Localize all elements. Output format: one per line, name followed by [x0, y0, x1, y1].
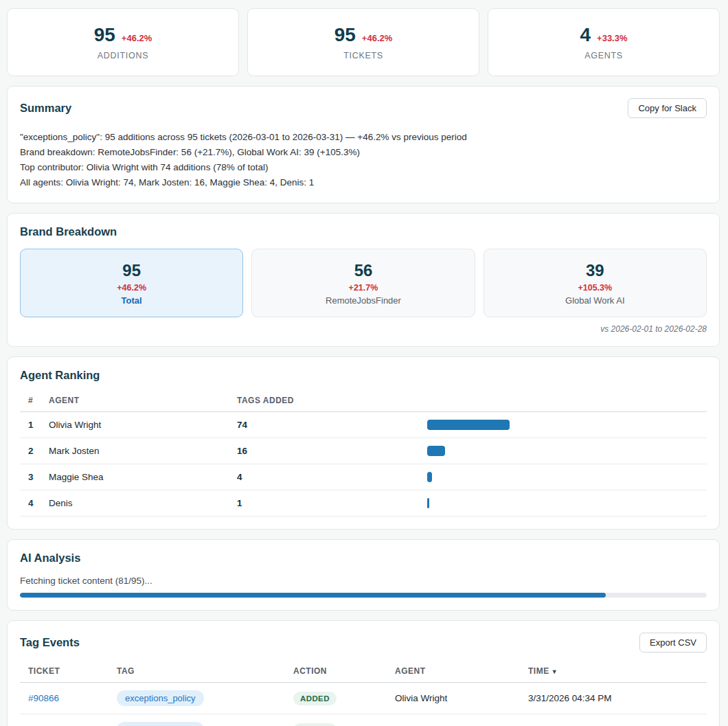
summary-title: Summary — [20, 102, 71, 115]
event-agent: Mark Josten — [387, 714, 520, 726]
tickets-value: 95 — [334, 24, 356, 46]
bar-column-header — [419, 389, 707, 412]
brand-cards: 95 +46.2% Total 56 +21.7% RemoteJobsFind… — [20, 249, 707, 317]
brand-breakdown-title: Brand Breakdown — [20, 225, 707, 238]
tags-added-value: 1 — [229, 490, 419, 517]
ai-analysis-section: AI Analysis Fetching ticket content (81/… — [7, 539, 720, 611]
event-time: 3/31/2026 02:27 PM — [520, 714, 707, 726]
table-row: #90945 exceptions_policy ADDED Mark Jost… — [20, 714, 707, 726]
ticket-link[interactable]: #90866 — [28, 693, 59, 703]
rank-value: 3 — [20, 464, 41, 490]
agent-ranking-table: # AGENT TAGS ADDED 1 Olivia Wright 74 2 … — [20, 389, 707, 517]
agent-name: Denis — [41, 490, 229, 517]
tags-added-value: 74 — [229, 412, 419, 438]
rank-column-header: # — [20, 389, 41, 412]
tags-added-value: 16 — [229, 438, 419, 464]
brand-total-trend: +46.2% — [117, 283, 146, 293]
table-row: #90866 exceptions_policy ADDED Olivia Wr… — [20, 683, 707, 714]
additions-trend: +46.2% — [122, 33, 152, 43]
tag-badge: exceptions_policy — [117, 690, 204, 706]
brand-total-value: 95 — [122, 261, 141, 280]
table-row: 4 Denis 1 — [20, 490, 707, 517]
brand-gwa-value: 39 — [586, 261, 604, 280]
table-row: 2 Mark Josten 16 — [20, 438, 707, 464]
brand-rjf-trend: +21.7% — [349, 283, 378, 293]
tags-added-value: 4 — [229, 464, 419, 490]
brand-card-globalworkai[interactable]: 39 +105.3% Global Work AI — [484, 249, 707, 317]
agent-ranking-title: Agent Ranking — [20, 369, 707, 382]
tag-badge: exceptions_policy — [117, 722, 204, 726]
tag-column-header: TAG — [109, 659, 285, 683]
copy-for-slack-button[interactable]: Copy for Slack — [628, 98, 707, 118]
agent-name: Olivia Wright — [41, 412, 229, 438]
agent-name: Maggie Shea — [41, 464, 229, 490]
agents-value: 4 — [580, 24, 591, 46]
brand-rjf-label: RemoteJobsFinder — [326, 295, 401, 306]
summary-line: All agents: Olivia Wright: 74, Mark Jost… — [20, 175, 707, 190]
tickets-trend: +46.2% — [362, 33, 392, 43]
ranking-bar — [427, 498, 429, 508]
event-agent: Olivia Wright — [387, 683, 520, 714]
agent-ranking-section: Agent Ranking # AGENT TAGS ADDED 1 Olivi… — [7, 356, 720, 530]
time-column-header[interactable]: TIME▼ — [520, 659, 707, 683]
ticket-column-header: TICKET — [20, 659, 109, 683]
brand-rjf-value: 56 — [354, 261, 373, 280]
comparison-period-note: vs 2026-02-01 to 2026-02-28 — [20, 324, 707, 334]
export-csv-button[interactable]: Export CSV — [639, 633, 707, 653]
ranking-bar — [427, 446, 445, 456]
ranking-bar — [427, 420, 510, 430]
action-badge: ADDED — [293, 692, 337, 705]
table-row: 3 Maggie Shea 4 — [20, 464, 707, 490]
tag-events-table: TICKET TAG ACTION AGENT TIME▼ #90866 exc… — [20, 659, 707, 726]
summary-line: "exceptions_policy": 95 additions across… — [20, 130, 707, 145]
rank-value: 2 — [20, 438, 41, 464]
tags-added-column-header: TAGS ADDED — [229, 389, 419, 412]
brand-gwa-label: Global Work AI — [565, 295, 624, 306]
action-badge: ADDED — [293, 723, 337, 726]
stat-card-additions: 95 +46.2% ADDITIONS — [7, 8, 239, 76]
brand-gwa-trend: +105.3% — [578, 283, 612, 293]
summary-line: Brand breakdown: RemoteJobsFinder: 56 (+… — [20, 145, 707, 160]
tag-events-title: Tag Events — [20, 636, 80, 649]
summary-section: Summary Copy for Slack "exceptions_polic… — [7, 86, 720, 203]
brand-breakdown-section: Brand Breakdown 95 +46.2% Total 56 +21.7… — [7, 213, 720, 347]
event-time: 3/31/2026 04:34 PM — [520, 683, 707, 714]
progress-bar-fill — [20, 593, 606, 598]
additions-label: ADDITIONS — [98, 51, 148, 60]
stat-card-tickets: 95 +46.2% TICKETS — [247, 8, 479, 76]
tag-events-section: Tag Events Export CSV TICKET TAG ACTION … — [7, 620, 720, 726]
rank-value: 1 — [20, 412, 41, 438]
agents-label: AGENTS — [584, 51, 623, 60]
summary-line: Top contributor: Olivia Wright with 74 a… — [20, 160, 707, 175]
ai-analysis-title: AI Analysis — [20, 552, 707, 565]
agent-name: Mark Josten — [41, 438, 229, 464]
sort-desc-icon: ▼ — [551, 668, 558, 675]
action-column-header: ACTION — [285, 659, 387, 683]
table-row: 1 Olivia Wright 74 — [20, 412, 707, 438]
ranking-bar — [427, 472, 432, 482]
rank-value: 4 — [20, 490, 41, 517]
progress-bar-track — [20, 593, 707, 598]
brand-total-label: Total — [122, 295, 142, 306]
agent-column-header: AGENT — [387, 659, 520, 683]
tickets-label: TICKETS — [343, 51, 383, 60]
brand-card-total[interactable]: 95 +46.2% Total — [20, 249, 243, 317]
summary-text: "exceptions_policy": 95 additions across… — [20, 130, 707, 190]
stats-row: 95 +46.2% ADDITIONS 95 +46.2% TICKETS 4 … — [7, 8, 720, 76]
agent-column-header: AGENT — [41, 389, 229, 412]
dashboard-page: 95 +46.2% ADDITIONS 95 +46.2% TICKETS 4 … — [0, 0, 728, 726]
additions-value: 95 — [94, 24, 115, 46]
stat-card-agents: 4 +33.3% AGENTS — [488, 8, 720, 76]
agents-trend: +33.3% — [597, 33, 627, 43]
brand-card-remotejobsfinder[interactable]: 56 +21.7% RemoteJobsFinder — [251, 249, 475, 317]
ai-analysis-status: Fetching ticket content (81/95)... — [20, 576, 707, 586]
